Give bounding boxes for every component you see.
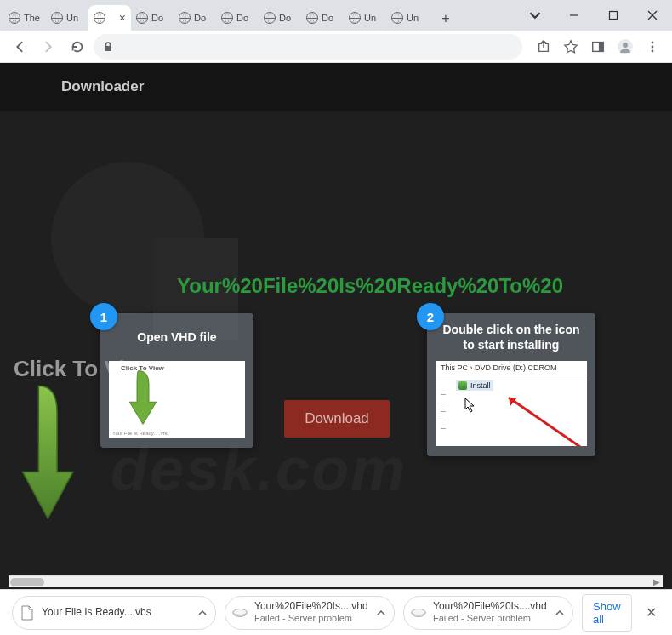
svg-rect-1 xyxy=(610,12,618,20)
tab-label: The xyxy=(24,13,40,23)
close-window-button[interactable] xyxy=(633,3,672,28)
tabs-dropdown-icon[interactable] xyxy=(515,3,555,28)
globe-icon xyxy=(9,12,20,24)
globe-icon xyxy=(51,12,63,24)
installer-icon xyxy=(458,381,467,390)
tab-label: Do xyxy=(236,13,248,23)
disk-icon xyxy=(411,605,426,621)
browser-tab[interactable]: Un xyxy=(344,5,386,31)
address-bar[interactable] xyxy=(94,34,522,60)
globe-icon xyxy=(136,12,148,24)
chevron-up-icon[interactable] xyxy=(377,609,385,617)
file-icon xyxy=(20,605,35,621)
headline-text: Your%20File%20Is%20Ready%20To%20 xyxy=(177,274,563,298)
close-icon[interactable]: × xyxy=(119,11,126,25)
window-controls xyxy=(515,0,672,31)
svg-point-14 xyxy=(412,609,425,615)
red-arrow-icon xyxy=(498,391,584,446)
download-name: Your%20File%20Is....vhd xyxy=(254,601,368,613)
maximize-button[interactable] xyxy=(594,3,633,28)
bookmark-icon[interactable] xyxy=(558,34,584,60)
step-title: Open VHD file xyxy=(109,322,245,352)
svg-point-7 xyxy=(652,41,654,43)
page-content: desk.com Your%20File%20Is%20Ready%20To%2… xyxy=(0,111,672,589)
download-name: Your%20File%20Is....vhd xyxy=(433,601,547,613)
browser-tab-active[interactable]: × xyxy=(88,5,131,31)
install-label: Install xyxy=(470,381,491,390)
disk-icon xyxy=(232,605,248,621)
download-arrow-icon xyxy=(19,366,78,545)
step-thumbnail: Click To View Your File Is Ready... .vhd xyxy=(109,361,245,438)
browser-toolbar xyxy=(0,31,672,63)
globe-icon xyxy=(391,12,403,24)
step-card-2: 2 Double click on the icon to start inst… xyxy=(427,313,595,456)
scrollbar-thumb[interactable] xyxy=(10,578,44,586)
show-all-button[interactable]: Show all xyxy=(582,594,632,632)
chevron-up-icon[interactable] xyxy=(555,609,564,617)
install-item: Install xyxy=(456,380,493,391)
globe-icon xyxy=(94,12,105,24)
tab-label: Do xyxy=(194,13,206,23)
svg-point-6 xyxy=(623,43,628,48)
globe-icon xyxy=(349,12,361,24)
step-badge: 2 xyxy=(417,303,444,330)
globe-icon xyxy=(179,12,191,24)
step-thumbnail: This PC › DVD Drive (D:) CDROM Install xyxy=(436,361,587,446)
download-item[interactable]: Your File Is Ready....vbs xyxy=(12,596,216,630)
browser-tab[interactable]: Do xyxy=(259,5,301,31)
svg-rect-4 xyxy=(599,42,603,51)
page-title: Downloader xyxy=(61,78,144,95)
tab-label: Un xyxy=(407,13,419,23)
svg-rect-2 xyxy=(105,46,111,51)
download-status: Failed - Server problem xyxy=(433,613,547,624)
svg-point-12 xyxy=(233,609,247,615)
toolbar-actions xyxy=(531,34,665,60)
tab-label: Do xyxy=(322,13,333,23)
svg-line-10 xyxy=(509,398,580,446)
step-badge: 1 xyxy=(90,303,117,330)
tab-label: Un xyxy=(66,13,78,23)
browser-tab[interactable]: Un xyxy=(386,5,429,31)
download-status: Failed - Server problem xyxy=(254,613,368,624)
tab-label: Un xyxy=(364,13,376,23)
download-item[interactable]: Your%20File%20Is....vhdFailed - Server p… xyxy=(403,596,573,630)
browser-tab[interactable]: Do xyxy=(301,5,344,31)
reload-button[interactable] xyxy=(65,34,90,60)
browser-tab[interactable]: Do xyxy=(131,5,174,31)
page-viewport: Downloader desk.com Your%20File%20Is%20R… xyxy=(0,63,672,589)
back-button[interactable] xyxy=(7,34,32,60)
svg-point-9 xyxy=(652,49,654,52)
downloads-bar: Your File Is Ready....vbs Your%20File%20… xyxy=(0,589,672,635)
globe-icon xyxy=(221,12,233,24)
download-button[interactable]: Download xyxy=(284,400,390,438)
globe-icon xyxy=(264,12,276,24)
cursor-icon xyxy=(464,398,476,413)
page-header: Downloader xyxy=(0,63,672,111)
step-title: Double click on the icon to start instal… xyxy=(436,322,587,352)
scroll-right-icon[interactable]: ▶ xyxy=(653,577,660,586)
download-label: Download xyxy=(305,410,369,427)
browser-tab[interactable]: Do xyxy=(216,5,259,31)
step-card-1: 1 Open VHD file Click To View Your File … xyxy=(100,313,253,448)
new-tab-button[interactable]: + xyxy=(434,7,458,31)
minimize-button[interactable] xyxy=(555,3,594,28)
profile-icon[interactable] xyxy=(612,34,638,60)
browser-tab[interactable]: Un xyxy=(46,5,88,31)
close-downloads-bar[interactable]: ✕ xyxy=(641,601,662,624)
svg-point-8 xyxy=(652,45,654,48)
chevron-up-icon[interactable] xyxy=(198,609,207,617)
forward-button[interactable] xyxy=(36,34,61,60)
tab-label: Do xyxy=(279,13,291,23)
thumb-footer: Your File Is Ready... .vhd xyxy=(112,431,168,436)
menu-icon[interactable] xyxy=(640,34,665,60)
browser-tab[interactable]: Do xyxy=(174,5,216,31)
sidepanel-icon[interactable] xyxy=(585,34,611,60)
download-name: Your File Is Ready....vbs xyxy=(42,607,151,619)
browser-tab[interactable]: The xyxy=(3,5,46,31)
download-item[interactable]: Your%20File%20Is....vhdFailed - Server p… xyxy=(225,596,395,630)
lock-icon xyxy=(102,41,114,53)
share-icon[interactable] xyxy=(531,34,556,60)
globe-icon xyxy=(306,12,318,24)
tab-label: Do xyxy=(151,13,163,23)
horizontal-scrollbar[interactable]: ▶ xyxy=(9,575,663,587)
